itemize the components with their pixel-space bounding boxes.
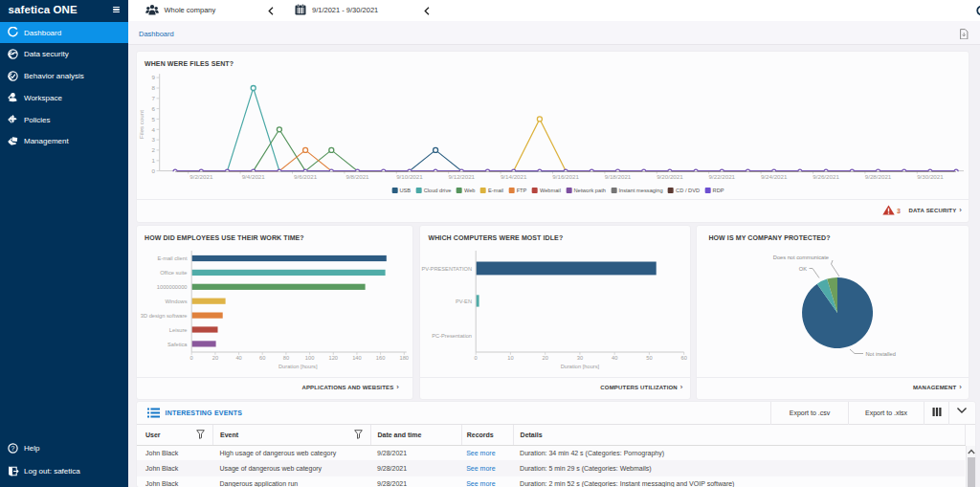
- svg-text:9/8/2021: 9/8/2021: [345, 173, 369, 180]
- svg-text:20: 20: [212, 355, 217, 361]
- svg-text:9: 9: [152, 74, 156, 80]
- svg-text:5: 5: [152, 116, 156, 122]
- svg-text:9/28/2021: 9/28/2021: [865, 173, 892, 180]
- svg-text:9/26/2021: 9/26/2021: [813, 173, 839, 180]
- svg-text:Office suite: Office suite: [160, 270, 187, 276]
- svg-text:7: 7: [152, 95, 156, 101]
- svg-text:40: 40: [612, 355, 617, 361]
- svg-text:OK: OK: [799, 266, 807, 272]
- svg-text:Does not communicate: Does not communicate: [773, 255, 829, 260]
- svg-text:8: 8: [152, 84, 156, 91]
- svg-text:Windows: Windows: [165, 299, 187, 304]
- svg-text:120: 120: [328, 355, 338, 361]
- svg-text:9/18/2021: 9/18/2021: [605, 173, 632, 180]
- svg-text:9/12/2021: 9/12/2021: [449, 173, 476, 180]
- svg-text:9/24/2021: 9/24/2021: [761, 173, 788, 180]
- svg-text:180: 180: [399, 355, 409, 361]
- svg-text:2: 2: [152, 146, 156, 153]
- svg-text:Duration [hours]: Duration [hours]: [278, 364, 318, 369]
- svg-text:9/10/2021: 9/10/2021: [396, 173, 423, 180]
- svg-text:9/20/2021: 9/20/2021: [657, 173, 683, 180]
- svg-text:1000000000: 1000000000: [156, 284, 187, 290]
- svg-text:9/4/2021: 9/4/2021: [242, 173, 266, 180]
- svg-text:40: 40: [235, 355, 241, 361]
- svg-text:9/6/2021: 9/6/2021: [294, 173, 318, 180]
- svg-text:PC-Presentation: PC-Presentation: [432, 333, 472, 339]
- svg-text:50: 50: [646, 355, 652, 361]
- svg-text:9/22/2021: 9/22/2021: [709, 173, 736, 180]
- svg-text:PV-PRESENTATION: PV-PRESENTATION: [421, 266, 472, 272]
- svg-text:1: 1: [152, 157, 156, 164]
- svg-text:80: 80: [282, 355, 288, 361]
- svg-text:30: 30: [577, 355, 583, 361]
- svg-text:PV-EN: PV-EN: [456, 299, 472, 304]
- svg-text:9/2/2021: 9/2/2021: [189, 173, 213, 180]
- svg-text:4: 4: [152, 126, 156, 133]
- svg-text:0: 0: [475, 355, 478, 361]
- svg-text:?: ?: [11, 445, 15, 452]
- svg-text:0: 0: [189, 355, 192, 361]
- svg-text:Not installed: Not installed: [866, 351, 896, 357]
- svg-text:Duration [hours]: Duration [hours]: [561, 364, 600, 369]
- svg-text:3D design software: 3D design software: [140, 313, 187, 319]
- svg-text:100: 100: [304, 355, 314, 361]
- svg-text:0: 0: [152, 167, 156, 174]
- svg-text:Files count: Files count: [138, 110, 145, 139]
- svg-text:60: 60: [259, 355, 265, 361]
- svg-text:Safetica: Safetica: [167, 342, 187, 347]
- svg-text:140: 140: [352, 355, 362, 361]
- svg-text:9/30/2021: 9/30/2021: [917, 173, 944, 180]
- svg-text:Leisure: Leisure: [168, 327, 187, 333]
- svg-text:160: 160: [375, 355, 385, 361]
- svg-text:3: 3: [152, 136, 156, 143]
- svg-text:20: 20: [543, 355, 548, 361]
- svg-text:60: 60: [681, 355, 687, 361]
- svg-text:10: 10: [507, 355, 513, 361]
- svg-text:E-mail client: E-mail client: [157, 255, 187, 261]
- svg-text:9/16/2021: 9/16/2021: [552, 173, 579, 180]
- svg-text:9/14/2021: 9/14/2021: [501, 173, 527, 180]
- svg-text:6: 6: [152, 105, 156, 112]
